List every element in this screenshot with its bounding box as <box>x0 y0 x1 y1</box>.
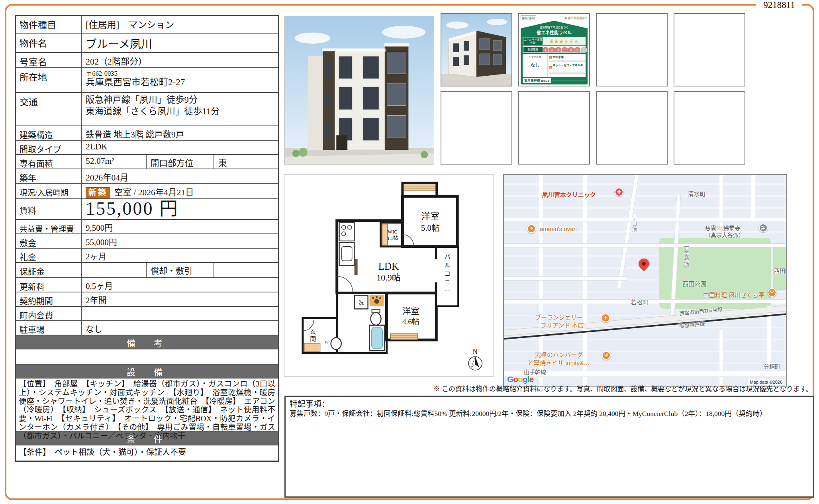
row-property-type: 物件種目 [住居用] マンション <box>16 16 278 33</box>
road <box>504 277 627 280</box>
compass-n: N <box>473 348 478 355</box>
gallery-cell-empty <box>518 91 590 165</box>
row-label: 物件名 <box>16 34 82 52</box>
wic-size: 1.1帖 <box>387 235 398 241</box>
paw-icon <box>374 299 379 304</box>
entrance-char: 玄 <box>310 329 316 335</box>
new-build-badge: 新築 <box>86 187 110 198</box>
row-value: [住居用] マンション <box>82 16 278 33</box>
gallery-cell-empty <box>674 91 745 165</box>
row-parking: 駐車場 なし <box>16 320 278 335</box>
row-label: 間取タイプ <box>16 141 82 154</box>
row-label: 保証金 <box>16 263 82 277</box>
rent-value: 155,000 円 <box>82 199 278 219</box>
closet-bottom-hatch <box>390 333 417 339</box>
section-equipment-header: 設 備 <box>16 364 278 378</box>
bels-badge: 第三者評価 BELS <box>523 78 551 83</box>
energy-label-panel: 目安光熱費 なし ✓ZEH水準 ✓ネット・ゼロ・エネルギー <box>523 54 586 77</box>
compass: N <box>468 348 482 370</box>
temple-pin: 卍 <box>759 224 768 232</box>
building-photo <box>284 16 434 165</box>
bathtub <box>372 327 383 349</box>
road <box>504 218 787 222</box>
row-label: 礼金 <box>16 249 82 262</box>
row-value: 0.5ヶ月 <box>82 278 278 292</box>
balcony-char: ニ <box>445 279 451 286</box>
row-access: 交通 阪急神戸線「夙川」徒歩9分 東海道線「さくら夙川」徒歩11分 <box>16 92 278 126</box>
insulation-scale: 1 2 3 4 5 6 7 <box>543 47 587 52</box>
row-town-fee: 町内会費 <box>16 306 278 320</box>
poi-chinese-restaurant: 中国料理 夙川さくら亭 <box>703 290 764 299</box>
row-value: なし <box>82 321 278 335</box>
row-built: 築年 2026年04月 <box>16 169 278 183</box>
notes-content: 募集戸数：9戸・保証会社：初回保証料:総賃料50% 更新料:20000円/2年・… <box>290 409 809 418</box>
laundry-label: 洗 <box>359 300 364 306</box>
row-value: 2ヶ月 <box>82 249 278 262</box>
notes-title: 特記事項： <box>290 399 809 409</box>
doc-number: 9218811 <box>756 0 802 10</box>
fork-icon: Ψ <box>604 353 608 358</box>
row-value: 新築空室 / 2026年4月21日 <box>82 184 278 198</box>
balcony-door-gap <box>435 259 438 282</box>
building-photo-small <box>441 14 511 86</box>
energy-consumption-label: エネルギー消費性能 <box>523 37 543 45</box>
fine-print-bar <box>549 60 585 61</box>
clinic-pin: ✚ <box>615 188 623 196</box>
map: 夙川宮本クリニック ✚ 清水町 ニテコ筋 Ψ ameen's oven 慈雲山 … <box>503 174 787 387</box>
section-remarks-body <box>16 349 278 364</box>
row-label: 所在地 <box>16 68 82 92</box>
property-table: 物件種目 [住居用] マンション 物件名 ブルーメ夙川 号室名 202（2階部分… <box>15 15 279 462</box>
road <box>719 330 723 387</box>
row-value: 〒662-0035 兵庫県西宮市若松町2-27 <box>82 68 278 92</box>
energy-label-footer: 第三者評価 BELS <box>523 77 586 83</box>
poi-boulangerie-line1: ブーランジェリー <box>535 313 583 321</box>
poi-burger-line1: 究極のハンバーグ <box>535 350 583 359</box>
row-value: ブルーメ夙川 <box>82 34 278 52</box>
area-value: 52.07m² <box>82 155 147 169</box>
entrance-mat <box>304 343 320 351</box>
counter-edge <box>355 259 358 275</box>
google-logo: Google <box>507 375 533 384</box>
gallery-cell-empty <box>596 13 668 86</box>
road <box>504 243 787 247</box>
entrance-door <box>336 135 347 150</box>
restaurant-pin: Ψ <box>602 351 611 360</box>
row-value: 202（2階部分） <box>82 53 278 67</box>
row-common-fee: 共益費・管理費 9,500円 <box>16 219 278 233</box>
insulation-level: 1 <box>543 47 549 52</box>
row-value: 9,500円 <box>82 220 278 233</box>
certification-checks: ✓ZEH水準 ✓ネット・ゼロ・エネルギー <box>548 54 586 77</box>
cross-icon: ✚ <box>617 189 621 195</box>
insulation-row: 断熱性能 1 2 3 4 5 6 7 <box>523 46 586 53</box>
road <box>583 175 587 387</box>
row-guarantee: 保証金 償却・敷引 <box>16 262 278 277</box>
section-remarks-header: 備 考 <box>16 335 278 349</box>
floorplan-box: 洋室 5.0帖 WIC 1.1帖 LDK 10.9帖 バ ル コ ニ ー 洋室 … <box>284 174 494 377</box>
row-contract-term: 契約期間 2年間 <box>16 292 278 306</box>
bedroom1-label: 洋室 <box>421 212 439 222</box>
insulation-level: 7 <box>581 47 587 52</box>
district-nishidacho: 西田町 <box>774 267 787 275</box>
row-value: 阪急神戸線「夙川」徒歩9分 東海道線「さくら夙川」徒歩11分 <box>82 93 278 126</box>
row-room-no: 号室名 202（2階部分） <box>16 52 278 67</box>
row-area: 専有面積 52.07m² 開口部方位 東 <box>16 154 278 169</box>
row-value: 2年間 <box>82 292 278 306</box>
row-value: 鉄骨造 地上3階 総戸数9戸 <box>82 126 278 140</box>
insulation-level: 5 <box>568 47 574 52</box>
guarantee-value <box>82 263 147 277</box>
status-text: 空室 / 2026年4月21日 <box>114 188 194 197</box>
access-line1: 阪急神戸線「夙川」徒歩9分 <box>86 94 274 106</box>
poi-boulangerie-line2: フリアンド 本店 <box>541 321 584 329</box>
bedroom2-label: 洋室 <box>402 306 419 316</box>
section-equipment-body: 【位置】 角部屋 【キッチン】 給湯器（都市ガス）・ガスコンロ（3口以上）・シス… <box>16 378 278 431</box>
row-label: 現況/入居時期 <box>16 184 82 198</box>
row-value: 55,000円 <box>82 234 278 248</box>
gallery-cell-empty <box>674 13 745 86</box>
toilet2 <box>331 337 341 349</box>
fork-icon: Ψ <box>529 226 533 231</box>
stove <box>339 223 355 241</box>
street-niteko: ニテコ筋 <box>631 211 638 231</box>
row-status: 現況/入居時期 新築空室 / 2026年4月21日 <box>16 183 278 198</box>
fine-print-bar <box>549 61 585 62</box>
utility-cost-value: なし <box>523 62 547 68</box>
